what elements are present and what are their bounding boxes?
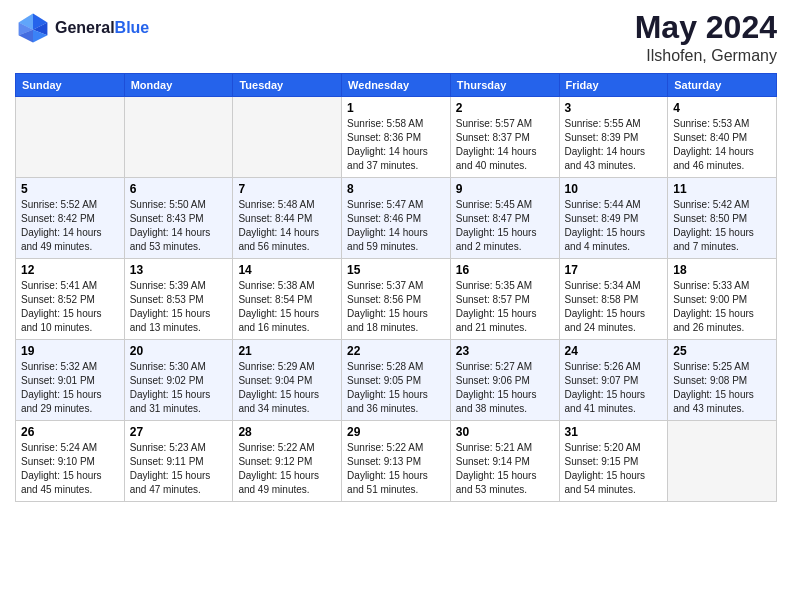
calendar-cell: 27Sunrise: 5:23 AM Sunset: 9:11 PM Dayli… bbox=[124, 421, 233, 502]
title-block: May 2024 Ilshofen, Germany bbox=[635, 10, 777, 65]
day-number: 12 bbox=[21, 263, 119, 277]
day-number: 6 bbox=[130, 182, 228, 196]
day-number: 19 bbox=[21, 344, 119, 358]
day-number: 27 bbox=[130, 425, 228, 439]
calendar-week-row-5: 26Sunrise: 5:24 AM Sunset: 9:10 PM Dayli… bbox=[16, 421, 777, 502]
col-friday: Friday bbox=[559, 74, 668, 97]
col-saturday: Saturday bbox=[668, 74, 777, 97]
day-info: Sunrise: 5:52 AM Sunset: 8:42 PM Dayligh… bbox=[21, 198, 119, 254]
calendar-week-row-2: 5Sunrise: 5:52 AM Sunset: 8:42 PM Daylig… bbox=[16, 178, 777, 259]
calendar-cell: 8Sunrise: 5:47 AM Sunset: 8:46 PM Daylig… bbox=[342, 178, 451, 259]
logo: GeneralBlue bbox=[15, 10, 149, 46]
calendar-cell: 12Sunrise: 5:41 AM Sunset: 8:52 PM Dayli… bbox=[16, 259, 125, 340]
day-info: Sunrise: 5:47 AM Sunset: 8:46 PM Dayligh… bbox=[347, 198, 445, 254]
header: GeneralBlue May 2024 Ilshofen, Germany bbox=[15, 10, 777, 65]
day-number: 8 bbox=[347, 182, 445, 196]
logo-line1: GeneralBlue bbox=[55, 19, 149, 37]
calendar-cell: 28Sunrise: 5:22 AM Sunset: 9:12 PM Dayli… bbox=[233, 421, 342, 502]
calendar-cell: 16Sunrise: 5:35 AM Sunset: 8:57 PM Dayli… bbox=[450, 259, 559, 340]
calendar-cell bbox=[16, 97, 125, 178]
calendar-cell: 15Sunrise: 5:37 AM Sunset: 8:56 PM Dayli… bbox=[342, 259, 451, 340]
col-monday: Monday bbox=[124, 74, 233, 97]
logo-text-block: GeneralBlue bbox=[55, 19, 149, 37]
day-number: 2 bbox=[456, 101, 554, 115]
calendar-cell: 11Sunrise: 5:42 AM Sunset: 8:50 PM Dayli… bbox=[668, 178, 777, 259]
day-number: 21 bbox=[238, 344, 336, 358]
day-info: Sunrise: 5:32 AM Sunset: 9:01 PM Dayligh… bbox=[21, 360, 119, 416]
day-info: Sunrise: 5:58 AM Sunset: 8:36 PM Dayligh… bbox=[347, 117, 445, 173]
calendar-cell: 30Sunrise: 5:21 AM Sunset: 9:14 PM Dayli… bbox=[450, 421, 559, 502]
day-number: 20 bbox=[130, 344, 228, 358]
logo-icon bbox=[15, 10, 51, 46]
calendar-cell: 26Sunrise: 5:24 AM Sunset: 9:10 PM Dayli… bbox=[16, 421, 125, 502]
calendar-cell: 6Sunrise: 5:50 AM Sunset: 8:43 PM Daylig… bbox=[124, 178, 233, 259]
calendar-cell: 5Sunrise: 5:52 AM Sunset: 8:42 PM Daylig… bbox=[16, 178, 125, 259]
calendar-cell: 24Sunrise: 5:26 AM Sunset: 9:07 PM Dayli… bbox=[559, 340, 668, 421]
calendar-cell: 29Sunrise: 5:22 AM Sunset: 9:13 PM Dayli… bbox=[342, 421, 451, 502]
day-info: Sunrise: 5:23 AM Sunset: 9:11 PM Dayligh… bbox=[130, 441, 228, 497]
calendar-week-row-4: 19Sunrise: 5:32 AM Sunset: 9:01 PM Dayli… bbox=[16, 340, 777, 421]
col-wednesday: Wednesday bbox=[342, 74, 451, 97]
day-info: Sunrise: 5:21 AM Sunset: 9:14 PM Dayligh… bbox=[456, 441, 554, 497]
day-number: 16 bbox=[456, 263, 554, 277]
day-number: 10 bbox=[565, 182, 663, 196]
calendar-cell: 13Sunrise: 5:39 AM Sunset: 8:53 PM Dayli… bbox=[124, 259, 233, 340]
day-number: 22 bbox=[347, 344, 445, 358]
day-info: Sunrise: 5:57 AM Sunset: 8:37 PM Dayligh… bbox=[456, 117, 554, 173]
calendar-cell: 17Sunrise: 5:34 AM Sunset: 8:58 PM Dayli… bbox=[559, 259, 668, 340]
calendar-cell: 18Sunrise: 5:33 AM Sunset: 9:00 PM Dayli… bbox=[668, 259, 777, 340]
day-number: 24 bbox=[565, 344, 663, 358]
calendar-cell: 2Sunrise: 5:57 AM Sunset: 8:37 PM Daylig… bbox=[450, 97, 559, 178]
day-info: Sunrise: 5:39 AM Sunset: 8:53 PM Dayligh… bbox=[130, 279, 228, 335]
day-info: Sunrise: 5:33 AM Sunset: 9:00 PM Dayligh… bbox=[673, 279, 771, 335]
day-info: Sunrise: 5:48 AM Sunset: 8:44 PM Dayligh… bbox=[238, 198, 336, 254]
calendar-cell bbox=[668, 421, 777, 502]
day-info: Sunrise: 5:45 AM Sunset: 8:47 PM Dayligh… bbox=[456, 198, 554, 254]
day-number: 7 bbox=[238, 182, 336, 196]
calendar-cell: 14Sunrise: 5:38 AM Sunset: 8:54 PM Dayli… bbox=[233, 259, 342, 340]
day-info: Sunrise: 5:37 AM Sunset: 8:56 PM Dayligh… bbox=[347, 279, 445, 335]
col-sunday: Sunday bbox=[16, 74, 125, 97]
day-info: Sunrise: 5:42 AM Sunset: 8:50 PM Dayligh… bbox=[673, 198, 771, 254]
day-number: 30 bbox=[456, 425, 554, 439]
day-info: Sunrise: 5:22 AM Sunset: 9:12 PM Dayligh… bbox=[238, 441, 336, 497]
day-number: 11 bbox=[673, 182, 771, 196]
calendar-cell: 31Sunrise: 5:20 AM Sunset: 9:15 PM Dayli… bbox=[559, 421, 668, 502]
calendar-cell: 23Sunrise: 5:27 AM Sunset: 9:06 PM Dayli… bbox=[450, 340, 559, 421]
day-info: Sunrise: 5:29 AM Sunset: 9:04 PM Dayligh… bbox=[238, 360, 336, 416]
month-title: May 2024 bbox=[635, 10, 777, 45]
day-number: 9 bbox=[456, 182, 554, 196]
day-number: 14 bbox=[238, 263, 336, 277]
day-info: Sunrise: 5:22 AM Sunset: 9:13 PM Dayligh… bbox=[347, 441, 445, 497]
day-info: Sunrise: 5:20 AM Sunset: 9:15 PM Dayligh… bbox=[565, 441, 663, 497]
day-info: Sunrise: 5:28 AM Sunset: 9:05 PM Dayligh… bbox=[347, 360, 445, 416]
day-info: Sunrise: 5:55 AM Sunset: 8:39 PM Dayligh… bbox=[565, 117, 663, 173]
day-info: Sunrise: 5:27 AM Sunset: 9:06 PM Dayligh… bbox=[456, 360, 554, 416]
day-number: 28 bbox=[238, 425, 336, 439]
col-thursday: Thursday bbox=[450, 74, 559, 97]
calendar-cell: 19Sunrise: 5:32 AM Sunset: 9:01 PM Dayli… bbox=[16, 340, 125, 421]
day-number: 3 bbox=[565, 101, 663, 115]
day-number: 4 bbox=[673, 101, 771, 115]
day-number: 1 bbox=[347, 101, 445, 115]
calendar-cell: 7Sunrise: 5:48 AM Sunset: 8:44 PM Daylig… bbox=[233, 178, 342, 259]
calendar-week-row-3: 12Sunrise: 5:41 AM Sunset: 8:52 PM Dayli… bbox=[16, 259, 777, 340]
calendar-cell: 1Sunrise: 5:58 AM Sunset: 8:36 PM Daylig… bbox=[342, 97, 451, 178]
day-info: Sunrise: 5:35 AM Sunset: 8:57 PM Dayligh… bbox=[456, 279, 554, 335]
calendar-cell: 21Sunrise: 5:29 AM Sunset: 9:04 PM Dayli… bbox=[233, 340, 342, 421]
day-info: Sunrise: 5:25 AM Sunset: 9:08 PM Dayligh… bbox=[673, 360, 771, 416]
day-number: 31 bbox=[565, 425, 663, 439]
day-number: 26 bbox=[21, 425, 119, 439]
page: GeneralBlue May 2024 Ilshofen, Germany S… bbox=[0, 0, 792, 612]
calendar-cell: 20Sunrise: 5:30 AM Sunset: 9:02 PM Dayli… bbox=[124, 340, 233, 421]
day-info: Sunrise: 5:44 AM Sunset: 8:49 PM Dayligh… bbox=[565, 198, 663, 254]
logo-line2: Blue bbox=[115, 19, 150, 36]
day-number: 29 bbox=[347, 425, 445, 439]
calendar: Sunday Monday Tuesday Wednesday Thursday… bbox=[15, 73, 777, 502]
calendar-cell: 10Sunrise: 5:44 AM Sunset: 8:49 PM Dayli… bbox=[559, 178, 668, 259]
calendar-cell bbox=[233, 97, 342, 178]
day-number: 13 bbox=[130, 263, 228, 277]
day-number: 18 bbox=[673, 263, 771, 277]
calendar-cell: 22Sunrise: 5:28 AM Sunset: 9:05 PM Dayli… bbox=[342, 340, 451, 421]
day-number: 17 bbox=[565, 263, 663, 277]
